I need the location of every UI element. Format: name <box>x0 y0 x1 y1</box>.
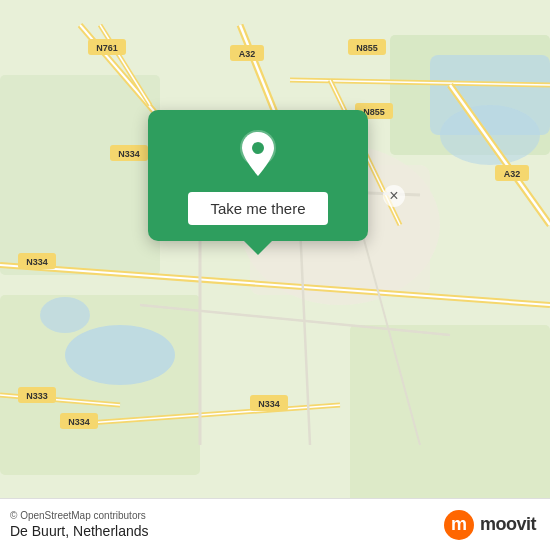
moovit-m-icon: m <box>444 510 474 540</box>
svg-text:N334: N334 <box>68 417 90 427</box>
map-background: N761 N334 N334 N334 N334 N333 N855 N855 … <box>0 0 550 550</box>
svg-text:N855: N855 <box>356 43 378 53</box>
take-me-there-button[interactable]: Take me there <box>188 192 327 225</box>
svg-text:N334: N334 <box>26 257 48 267</box>
moovit-text: moovit <box>480 514 536 535</box>
svg-point-8 <box>65 325 175 385</box>
svg-rect-5 <box>0 295 200 475</box>
osm-attribution: © OpenStreetMap contributors <box>10 510 149 521</box>
location-label: De Buurt, Netherlands <box>10 523 149 539</box>
bottom-left-info: © OpenStreetMap contributors De Buurt, N… <box>10 510 149 539</box>
svg-text:N334: N334 <box>118 149 140 159</box>
svg-point-57 <box>252 142 264 154</box>
svg-rect-4 <box>0 75 160 275</box>
svg-text:N333: N333 <box>26 391 48 401</box>
svg-text:N334: N334 <box>258 399 280 409</box>
svg-text:N761: N761 <box>96 43 118 53</box>
location-pin-icon <box>233 130 283 180</box>
location-popup: Take me there <box>148 110 368 241</box>
moovit-logo: m moovit <box>444 510 536 540</box>
svg-text:A32: A32 <box>504 169 521 179</box>
bottom-bar: © OpenStreetMap contributors De Buurt, N… <box>0 498 550 550</box>
svg-point-9 <box>40 297 90 333</box>
map-container: N761 N334 N334 N334 N334 N333 N855 N855 … <box>0 0 550 550</box>
svg-text:A32: A32 <box>239 49 256 59</box>
svg-rect-6 <box>350 325 550 525</box>
close-button[interactable]: × <box>383 185 405 207</box>
